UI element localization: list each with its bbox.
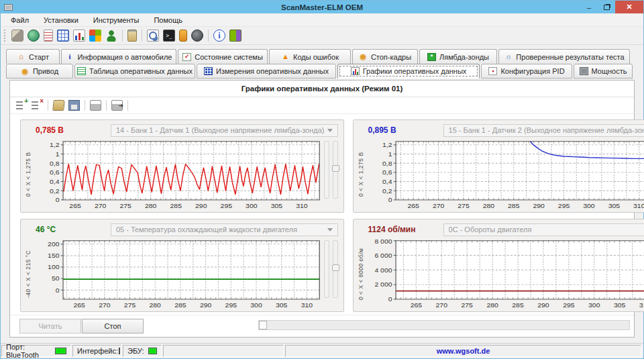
tab-error-codes[interactable]: ▲Коды ошибок xyxy=(269,49,351,64)
chart-lambda-b1s1-slider-track-1[interactable] xyxy=(324,141,329,199)
tab-power[interactable]: Мощность xyxy=(574,64,633,79)
chart-engine-rpm-pid-dropdown[interactable]: 0C - Обороты двигателя xyxy=(443,223,644,236)
home-icon: ⌂ xyxy=(17,53,25,61)
svg-text:300: 300 xyxy=(583,203,595,209)
tab-vehicle-info[interactable]: iИнформация о автомобиле xyxy=(61,49,176,64)
svg-text:265: 265 xyxy=(407,203,419,209)
globe-icon[interactable] xyxy=(28,30,40,42)
chart-lambda-b1s2-body: 0 < X < 1,275 В00,20,40,60,811,226527027… xyxy=(358,138,644,211)
svg-text:290: 290 xyxy=(537,302,549,309)
info-icon[interactable] xyxy=(213,30,225,42)
windows-icon[interactable] xyxy=(89,30,101,42)
website-link[interactable]: www.wgsoft.de xyxy=(437,347,490,355)
menu-item-0[interactable]: Файл xyxy=(3,14,36,26)
panel-title: Графики оперативных данных (Режим 01) xyxy=(10,81,634,97)
terminal-icon[interactable] xyxy=(163,30,175,42)
window-titlebar: ScanMaster-ELM OEM – ✕ xyxy=(1,1,643,13)
svg-text:280: 280 xyxy=(482,203,494,209)
chevron-down-icon xyxy=(327,129,333,132)
minimize-button[interactable]: – xyxy=(580,1,598,13)
chart-coolant-temp-slider-track-1[interactable] xyxy=(324,240,329,298)
tab-freeze-frames[interactable]: ◉Стоп-кадры xyxy=(352,49,418,64)
scrollbar-thumb[interactable] xyxy=(259,321,267,329)
chart-lambda-b1s2-current-value: 0,895 В xyxy=(358,125,443,135)
user-icon[interactable] xyxy=(105,30,117,42)
save-icon[interactable] xyxy=(68,100,80,111)
pid-config-icon: ▪ xyxy=(488,67,497,75)
chart-lambda-b1s2-pid-dropdown[interactable]: 15 - Банк 1 - Датчик 2 (Выходное напряже… xyxy=(443,124,644,137)
horizontal-scrollbar[interactable] xyxy=(258,320,630,330)
chart-lambda-b1s1-header: 0,785 В14 - Банк 1 - Датчик 1 (Выходное … xyxy=(25,122,339,138)
stop-button[interactable]: Стоп xyxy=(82,319,144,334)
status-ecu: ЭБУ: xyxy=(123,345,162,357)
tab-lambda-sensors-label: Лямбда-зонды xyxy=(439,53,489,61)
connect-icon[interactable] xyxy=(11,30,23,42)
chart-lambda-b1s1-panel: 0,785 В14 - Банк 1 - Датчик 1 (Выходное … xyxy=(20,119,344,213)
tab-pid-config[interactable]: ▪Конфигурация PID xyxy=(481,64,572,79)
battery-icon[interactable] xyxy=(179,30,187,42)
svg-text:290: 290 xyxy=(200,302,212,309)
menu-item-2[interactable]: Инструменты xyxy=(86,14,147,26)
chart-coolant-temp-slider-thumb[interactable] xyxy=(332,264,339,271)
chart-engine-rpm-current-value: 1124 об/мин xyxy=(358,225,443,234)
menu-item-3[interactable]: Помощь xyxy=(146,14,190,26)
toolbar-separator xyxy=(142,30,142,42)
tab-start[interactable]: ⌂Старт xyxy=(6,49,60,64)
tab-live-data-meters[interactable]: Измерения оперативных данных xyxy=(197,64,336,79)
open-icon[interactable] xyxy=(52,100,65,111)
svg-text:295: 295 xyxy=(557,203,570,209)
chart-lambda-b1s1-slider-track-2[interactable] xyxy=(333,141,338,199)
svg-text:0,6: 0,6 xyxy=(382,169,392,176)
grid-icon[interactable] xyxy=(57,30,69,42)
chart-lambda-b1s1-pid-dropdown[interactable]: 14 - Банк 1 - Датчик 1 (Выходное напряже… xyxy=(111,124,338,137)
exit-icon[interactable] xyxy=(229,30,241,42)
gauge-icon[interactable] xyxy=(191,30,203,42)
chart-engine-rpm-range-label: 0 < X < 8000 об/м xyxy=(358,238,366,310)
report-icon[interactable] xyxy=(44,30,53,42)
info-icon: i xyxy=(66,53,74,61)
chart-coolant-temp-pid-dropdown[interactable]: 05 - Температура охлаждающей жидкости дв… xyxy=(111,223,338,236)
svg-text:4 000: 4 000 xyxy=(374,266,392,273)
clipboard-icon[interactable] xyxy=(127,30,137,42)
svg-text:290: 290 xyxy=(533,203,545,209)
toolbar-separator xyxy=(122,30,123,42)
tab-system-status[interactable]: ✓Состояние системы xyxy=(178,49,268,64)
menu-item-1[interactable]: Установки xyxy=(36,14,86,26)
graph-toolbar-separator xyxy=(48,100,48,111)
tab-live-data-meters-label: Измерения оперативных данных xyxy=(216,67,329,75)
svg-text:280: 280 xyxy=(145,203,157,209)
svg-text:280: 280 xyxy=(150,302,162,309)
chart-coolant-temp-slider-track-2[interactable] xyxy=(333,240,338,298)
read-button[interactable]: Читать xyxy=(19,319,81,334)
svg-text:0: 0 xyxy=(56,287,60,293)
search-icon[interactable] xyxy=(147,30,159,42)
tab-live-data-graphs[interactable]: Графики оперативных данных xyxy=(337,64,480,79)
tab-test-results[interactable]: ☼Проверенные результаты теста xyxy=(498,49,630,64)
port-led-indicator xyxy=(55,348,66,354)
chart-coolant-temp-plot: 0501001502002652702752802852902953003053… xyxy=(34,238,322,310)
restore-button[interactable] xyxy=(598,1,615,13)
svg-text:0,2: 0,2 xyxy=(382,187,392,194)
restore-icon xyxy=(604,5,610,10)
chart-lambda-b1s1-pid-dropdown-label: 14 - Банк 1 - Датчик 1 (Выходное напряже… xyxy=(116,126,325,134)
tab-vehicle-info-label: Информация о автомобиле xyxy=(78,53,172,61)
svg-text:285: 285 xyxy=(508,203,520,209)
tab-actuators[interactable]: ◉Привод xyxy=(6,64,73,79)
tab-actuators-label: Привод xyxy=(33,67,58,75)
close-button[interactable]: ✕ xyxy=(615,1,643,13)
svg-text:1: 1 xyxy=(56,151,60,158)
add-graph-icon[interactable] xyxy=(16,100,28,111)
print-icon[interactable] xyxy=(90,100,101,111)
chart-lambda-b1s1-slider-thumb[interactable] xyxy=(332,165,339,172)
tab-pid-config-label: Конфигурация PID xyxy=(500,67,564,75)
print-export-icon[interactable] xyxy=(111,100,123,111)
tab-live-data-table-label: Таблица оперативных данных xyxy=(89,67,193,75)
svg-text:50: 50 xyxy=(52,275,60,282)
chart-icon[interactable] xyxy=(73,30,85,42)
status-port-label: Порт: BlueTooth xyxy=(6,343,51,359)
tab-live-data-table[interactable]: Таблица оперативных данных xyxy=(74,64,195,79)
svg-text:285: 285 xyxy=(512,302,524,309)
remove-graph-icon[interactable] xyxy=(32,100,43,111)
tab-lambda-sensors[interactable]: *Лямбда-зонды xyxy=(419,49,497,64)
svg-text:290: 290 xyxy=(195,203,207,209)
